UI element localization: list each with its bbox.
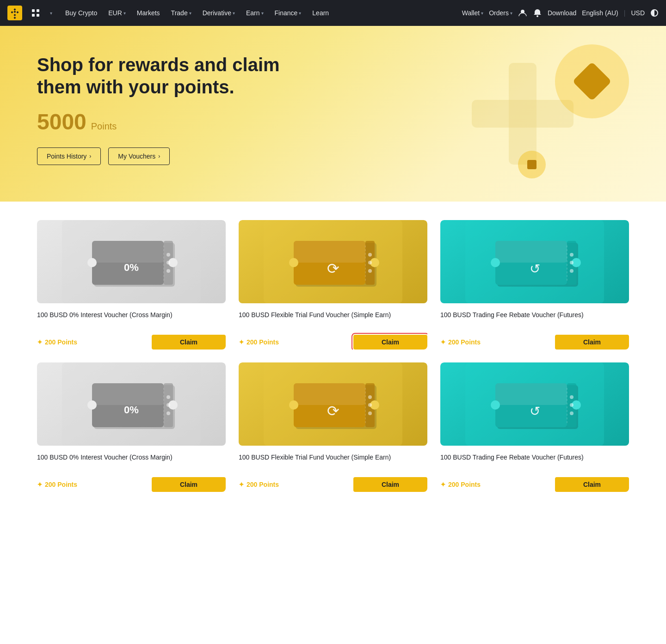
- claim-button[interactable]: Claim: [353, 477, 427, 492]
- svg-text:↺: ↺: [530, 404, 540, 418]
- nav-buy-crypto[interactable]: Buy Crypto: [61, 6, 102, 19]
- claim-button[interactable]: Claim: [555, 335, 629, 350]
- svg-text:0%: 0%: [124, 262, 139, 273]
- nav-earn[interactable]: Earn ▾: [241, 6, 268, 19]
- product-card: 0% 100 BUSD 0% Interest Voucher (Cross M…: [37, 362, 226, 492]
- nav-wallet[interactable]: Wallet ▾: [462, 9, 483, 17]
- product-name: 100 BUSD Trading Fee Rebate Voucher (Fut…: [440, 453, 629, 472]
- hero-points-label: Points: [91, 121, 117, 132]
- points-star: ✦: [440, 481, 446, 488]
- deco-small-circle: [518, 151, 546, 178]
- svg-point-42: [570, 269, 574, 273]
- product-name: 100 BUSD 0% Interest Voucher (Cross Marg…: [37, 453, 226, 472]
- claim-button[interactable]: Claim: [555, 477, 629, 492]
- svg-text:↺: ↺: [530, 262, 540, 276]
- logo[interactable]: [7, 6, 22, 20]
- svg-point-40: [570, 253, 574, 257]
- claim-button[interactable]: Claim: [353, 335, 427, 350]
- product-points: ✦200 Points: [440, 481, 481, 488]
- product-footer: ✦200 PointsClaim: [239, 335, 427, 350]
- nav-language[interactable]: English (AU): [582, 9, 618, 17]
- svg-rect-24: [294, 241, 365, 263]
- deco-circle-large: [555, 44, 629, 118]
- nav-currency[interactable]: USD: [631, 9, 645, 17]
- svg-point-64: [368, 395, 372, 399]
- svg-point-14: [87, 258, 97, 267]
- svg-text:⟳: ⟳: [327, 403, 339, 419]
- product-section: 0% 100 BUSD 0% Interest Voucher (Cross M…: [0, 202, 666, 510]
- wallet-chevron: ▾: [481, 11, 483, 16]
- derivative-chevron: ▾: [233, 11, 235, 16]
- grid-menu-button[interactable]: [30, 7, 42, 19]
- svg-text:0%: 0%: [124, 404, 139, 416]
- product-footer: ✦200 PointsClaim: [440, 335, 629, 350]
- svg-rect-60: [294, 383, 365, 405]
- product-card: 0% 100 BUSD 0% Interest Voucher (Cross M…: [37, 220, 226, 350]
- nav-derivative[interactable]: Derivative ▾: [198, 6, 240, 19]
- theme-toggle-button[interactable]: [650, 9, 659, 17]
- product-name: 100 BUSD 0% Interest Voucher (Cross Marg…: [37, 311, 226, 329]
- svg-point-38: [491, 258, 500, 267]
- eur-chevron: ▾: [123, 11, 126, 16]
- points-star: ✦: [239, 338, 244, 346]
- product-points: ✦200 Points: [239, 481, 279, 488]
- history-chevron-right: ›: [89, 153, 91, 159]
- product-image: ⟳: [239, 362, 427, 446]
- hero-points: 5000 Points: [37, 109, 314, 135]
- points-history-button[interactable]: Points History ›: [37, 147, 101, 165]
- svg-point-17: [166, 261, 170, 264]
- nav-divider: |: [624, 9, 626, 17]
- product-name: 100 BUSD Flexible Trial Fund Voucher (Si…: [239, 453, 427, 472]
- points-star: ✦: [440, 338, 446, 346]
- svg-rect-3: [32, 14, 35, 17]
- nav-download[interactable]: Download: [548, 9, 576, 17]
- svg-point-50: [87, 400, 97, 410]
- navbar-right: Wallet ▾ Orders ▾ Download English (AU) …: [462, 8, 659, 18]
- svg-rect-36: [495, 241, 567, 263]
- nav-orders[interactable]: Orders ▾: [489, 9, 512, 17]
- product-footer: ✦200 PointsClaim: [239, 477, 427, 492]
- deco-diamond: [573, 62, 612, 101]
- product-name: 100 BUSD Trading Fee Rebate Voucher (Fut…: [440, 311, 629, 329]
- svg-point-54: [166, 411, 170, 415]
- product-image: ↺: [440, 362, 629, 446]
- svg-point-28: [368, 253, 372, 257]
- svg-point-16: [166, 253, 170, 257]
- grid-chevron: ▾: [45, 8, 57, 18]
- product-image: 0%: [37, 362, 226, 446]
- product-grid: 0% 100 BUSD 0% Interest Voucher (Cross M…: [37, 220, 629, 492]
- svg-point-6: [536, 15, 538, 17]
- nav-learn[interactable]: Learn: [308, 6, 333, 19]
- svg-text:⟳: ⟳: [327, 260, 339, 277]
- svg-point-18: [166, 269, 170, 273]
- claim-button[interactable]: Claim: [152, 477, 226, 492]
- notification-icon-button[interactable]: [533, 8, 542, 18]
- svg-rect-72: [495, 383, 567, 405]
- hero-buttons: Points History › My Vouchers ›: [37, 147, 314, 165]
- svg-rect-1: [32, 9, 35, 12]
- nav-markets[interactable]: Markets: [132, 6, 165, 19]
- svg-rect-2: [37, 9, 39, 12]
- account-icon-button[interactable]: [518, 8, 527, 18]
- nav-trade[interactable]: Trade ▾: [166, 6, 196, 19]
- product-image: 0%: [37, 220, 226, 303]
- svg-rect-4: [37, 14, 39, 17]
- product-card: ↺ 100 BUSD Trading Fee Rebate Voucher (F…: [440, 220, 629, 350]
- svg-point-52: [166, 395, 170, 399]
- svg-point-29: [368, 261, 372, 264]
- svg-point-66: [368, 411, 372, 415]
- deco-small-square: [527, 160, 536, 169]
- product-points: ✦200 Points: [440, 338, 481, 346]
- svg-point-78: [570, 411, 574, 415]
- my-vouchers-button[interactable]: My Vouchers ›: [108, 147, 170, 165]
- product-points: ✦200 Points: [37, 338, 77, 346]
- hero-title: Shop for rewards and claim them with you…: [37, 54, 314, 98]
- claim-button[interactable]: Claim: [152, 335, 226, 350]
- nav-eur[interactable]: EUR ▾: [104, 6, 130, 19]
- product-card: ⟳ 100 BUSD Flexible Trial Fund Voucher (…: [239, 220, 427, 350]
- points-star: ✦: [37, 338, 43, 346]
- finance-chevron: ▾: [299, 11, 301, 16]
- trade-chevron: ▾: [189, 11, 191, 16]
- nav-finance[interactable]: Finance ▾: [270, 6, 306, 19]
- svg-point-74: [491, 400, 500, 410]
